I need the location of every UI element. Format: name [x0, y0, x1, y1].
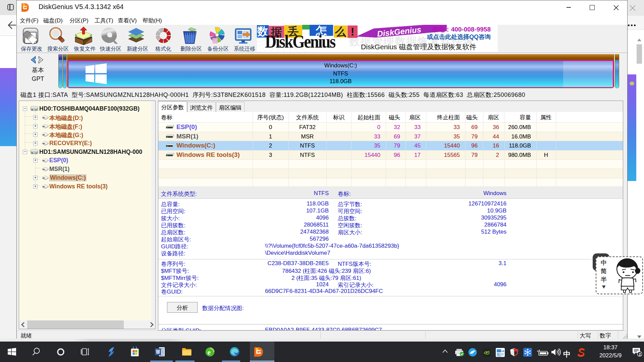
- svg-text:DiskGenius: DiskGenius: [377, 25, 422, 39]
- svg-text:e: e: [208, 348, 211, 356]
- svg-text:intel: intel: [497, 355, 501, 357]
- svg-text:2: 2: [639, 352, 641, 356]
- svg-text:e8: e8: [501, 350, 504, 352]
